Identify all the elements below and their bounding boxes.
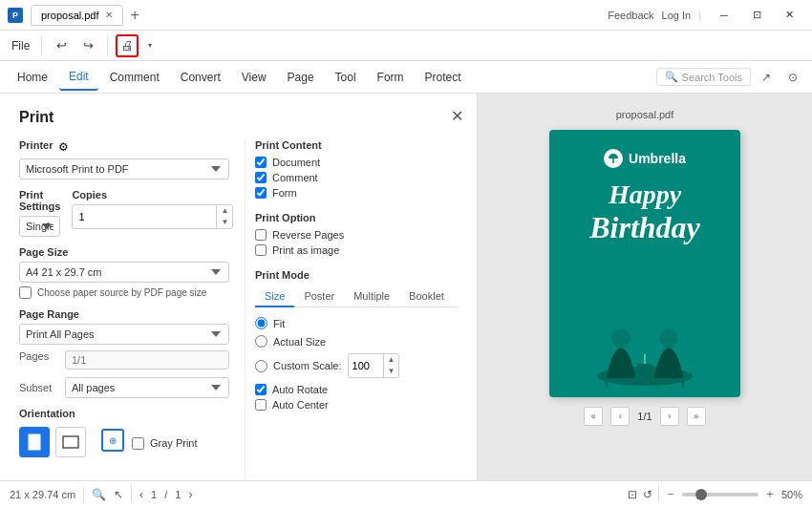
preview-area: proposal.pdf Umbrella Happy Birthday bbox=[478, 94, 812, 480]
scale-down-button[interactable]: ▼ bbox=[384, 366, 399, 377]
close-dialog-button[interactable]: ✕ bbox=[451, 107, 463, 125]
menu-form[interactable]: Form bbox=[368, 65, 414, 90]
search-tools-input[interactable]: 🔍 Search Tools bbox=[656, 68, 751, 86]
fit-radio[interactable] bbox=[255, 317, 267, 329]
print-content-title: Print Content bbox=[255, 139, 458, 151]
menu-page[interactable]: Page bbox=[278, 65, 324, 90]
svg-point-6 bbox=[611, 328, 630, 348]
choose-paper-row: Choose paper source by PDF page size bbox=[19, 286, 229, 299]
title-bar-right: Feedback Log In | ─ ⊡ ✕ bbox=[608, 4, 804, 27]
document-checkbox[interactable] bbox=[255, 157, 267, 168]
auto-center-label: Auto Center bbox=[272, 399, 329, 411]
mode-tab-booklet[interactable]: Booklet bbox=[399, 286, 454, 307]
zoom-out-button[interactable]: 🔍 bbox=[92, 488, 106, 501]
print-mode-title: Print Mode bbox=[255, 269, 458, 281]
help-icon-button[interactable]: ⊙ bbox=[781, 66, 804, 89]
custom-scale-radio[interactable] bbox=[255, 360, 267, 372]
rotate-button[interactable]: ↺ bbox=[643, 488, 652, 501]
print-two-col: Printer ⚙ Microsoft Print to PDF Print S… bbox=[19, 139, 458, 480]
feedback-label[interactable]: Feedback bbox=[608, 10, 653, 21]
undo-button[interactable]: ↩ bbox=[50, 34, 73, 57]
auto-rotate-checkbox[interactable] bbox=[255, 384, 267, 395]
next-page-button[interactable]: › bbox=[660, 407, 679, 426]
people-illustration bbox=[568, 311, 721, 388]
login-label[interactable]: Log In bbox=[662, 10, 692, 21]
tab-label: proposal.pdf bbox=[41, 10, 99, 21]
zoom-plus-button[interactable]: ＋ bbox=[764, 486, 776, 502]
print-as-image-label: Print as image bbox=[272, 244, 339, 256]
status-separator-2 bbox=[131, 487, 132, 502]
print-settings-select[interactable]: Single side bbox=[19, 216, 60, 237]
form-checkbox[interactable] bbox=[255, 187, 267, 199]
printer-select[interactable]: Microsoft Print to PDF bbox=[19, 158, 229, 180]
copies-up-button[interactable]: ▲ bbox=[217, 205, 232, 217]
nav-back-button[interactable]: ‹ bbox=[139, 488, 143, 501]
zoom-level: 50% bbox=[781, 489, 802, 500]
menu-home[interactable]: Home bbox=[8, 65, 57, 90]
subset-select[interactable]: All pages bbox=[65, 377, 229, 398]
status-page-current: 1 bbox=[151, 489, 157, 500]
actual-size-radio[interactable] bbox=[255, 335, 267, 348]
page-range-select[interactable]: Print All Pages bbox=[19, 324, 229, 345]
file-label[interactable]: File bbox=[8, 39, 33, 53]
fit-page-button[interactable]: ⊡ bbox=[628, 488, 637, 501]
current-page: 1 bbox=[637, 411, 643, 422]
minimize-button[interactable]: ─ bbox=[709, 4, 739, 27]
print-button[interactable]: 🖨 bbox=[116, 34, 139, 57]
reverse-pages-label: Reverse Pages bbox=[272, 229, 344, 241]
cursor-tool-button[interactable]: ↖ bbox=[114, 488, 123, 501]
tab-close-icon[interactable]: ✕ bbox=[105, 10, 113, 20]
page-size-select[interactable]: A4 21 x 29.7 cm bbox=[19, 262, 229, 283]
gray-print-checkbox[interactable] bbox=[132, 437, 144, 450]
choose-paper-checkbox[interactable] bbox=[19, 286, 32, 299]
menu-view[interactable]: View bbox=[232, 65, 276, 90]
print-as-image-checkbox[interactable] bbox=[255, 244, 267, 256]
settings-copies-row: Print Settings Single side Copies ▲ ▼ bbox=[19, 189, 229, 237]
reverse-pages-checkbox[interactable] bbox=[255, 229, 267, 241]
restore-button[interactable]: ⊡ bbox=[741, 4, 772, 27]
copies-down-button[interactable]: ▼ bbox=[217, 217, 232, 228]
nav-forward-button[interactable]: › bbox=[188, 488, 192, 501]
menu-bar-right: 🔍 Search Tools ↗ ⊙ bbox=[656, 66, 804, 89]
last-page-button[interactable]: » bbox=[687, 407, 706, 426]
zoom-minus-button[interactable]: － bbox=[665, 486, 676, 502]
document-tab[interactable]: proposal.pdf ✕ bbox=[31, 5, 123, 26]
pages-input[interactable] bbox=[65, 350, 229, 370]
print-dropdown-icon[interactable]: ▾ bbox=[142, 34, 158, 57]
menu-edit[interactable]: Edit bbox=[59, 64, 98, 91]
page-range-label: Page Range bbox=[19, 308, 229, 320]
share-icon-button[interactable]: ↗ bbox=[755, 66, 778, 89]
mode-tab-size[interactable]: Size bbox=[255, 286, 294, 307]
card-illustration bbox=[568, 311, 721, 388]
first-page-button[interactable]: « bbox=[584, 407, 603, 426]
settings-gear-icon[interactable]: ⚙ bbox=[58, 140, 69, 154]
scale-input[interactable] bbox=[349, 357, 383, 374]
comment-checkbox[interactable] bbox=[255, 172, 267, 183]
portrait-button[interactable] bbox=[19, 427, 50, 457]
close-button[interactable]: ✕ bbox=[774, 4, 804, 27]
actual-size-label: Actual Size bbox=[273, 336, 326, 348]
prev-page-button[interactable]: ‹ bbox=[610, 407, 630, 426]
menu-convert[interactable]: Convert bbox=[171, 65, 230, 90]
orientation-label: Orientation bbox=[19, 408, 229, 419]
new-tab-button[interactable]: + bbox=[127, 7, 143, 24]
landscape-button[interactable] bbox=[55, 427, 86, 457]
menu-comment[interactable]: Comment bbox=[100, 65, 169, 90]
scale-up-button[interactable]: ▲ bbox=[384, 354, 399, 366]
mode-tab-poster[interactable]: Poster bbox=[294, 286, 344, 307]
auto-center-checkbox[interactable] bbox=[255, 399, 267, 411]
settings-col: Print Settings Single side bbox=[19, 189, 60, 237]
redo-button[interactable]: ↪ bbox=[76, 34, 99, 57]
mode-tab-multiple[interactable]: Multiple bbox=[344, 286, 399, 307]
preview-filename: proposal.pdf bbox=[616, 109, 674, 120]
zoom-slider[interactable] bbox=[682, 493, 759, 496]
umbrella-icon bbox=[604, 149, 623, 168]
copies-input[interactable] bbox=[73, 207, 216, 226]
expand-nav-button[interactable]: ⊕ bbox=[101, 429, 124, 452]
menu-protect[interactable]: Protect bbox=[416, 65, 471, 90]
preview-card: Umbrella Happy Birthday bbox=[549, 130, 740, 397]
total-pages: 1 bbox=[647, 411, 652, 422]
print-content-section: Print Content Document Comment Form bbox=[255, 139, 458, 199]
menu-tool[interactable]: Tool bbox=[326, 65, 366, 90]
actual-size-radio-row: Actual Size bbox=[255, 335, 458, 348]
